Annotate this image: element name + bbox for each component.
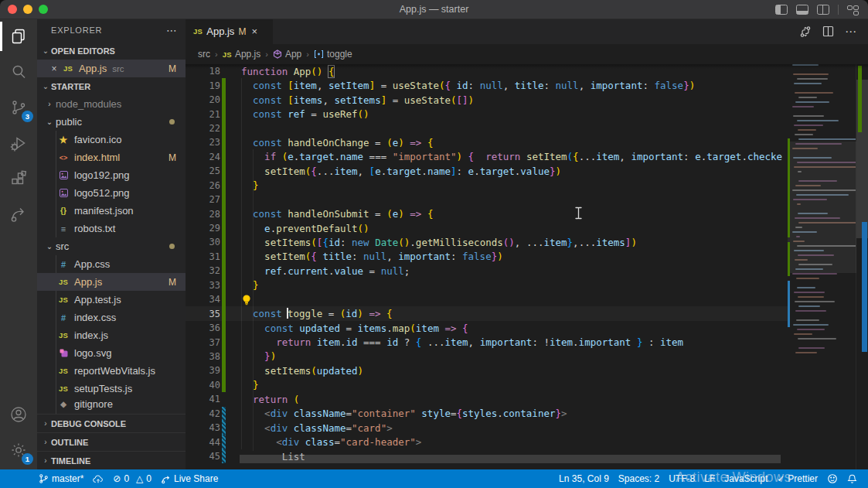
tree-item-setuptests-js[interactable]: JSsetupTests.js [37, 380, 186, 398]
code-line-42[interactable]: 42 <div className="container" style={sty… [186, 407, 788, 421]
minimap-line [798, 347, 825, 349]
tree-item-logo192-png[interactable]: logo192.png [37, 166, 186, 184]
activity-item-live-share[interactable] [0, 196, 37, 232]
code-line-37[interactable]: 37 return item.id === id ? { ...item, im… [186, 335, 788, 349]
minimap-slider[interactable] [788, 142, 856, 273]
close-editor-icon[interactable]: × [48, 63, 60, 74]
encoding-item[interactable]: UTF-8 [664, 469, 700, 488]
live-share-button[interactable]: Live Share [156, 469, 223, 488]
minimap-line [795, 134, 813, 135]
tab-appjs[interactable]: JS App.js M × [186, 19, 273, 44]
tree-item-app-js[interactable]: JSApp.jsM [37, 273, 186, 291]
cursor-position-item[interactable]: Ln 35, Col 9 [554, 469, 614, 488]
tree-item-app-test-js[interactable]: JSApp.test.js [37, 291, 186, 309]
vertical-scrollbar[interactable] [856, 64, 868, 469]
code-line-33[interactable]: 33 } [186, 278, 788, 292]
open-editors-section[interactable]: ⌄ OPEN EDITORS [37, 42, 186, 60]
notifications-button[interactable] [842, 469, 862, 488]
code-line-41[interactable]: 41 return ( [186, 392, 788, 406]
explorer-more-actions-icon[interactable]: ⋯ [166, 24, 178, 36]
language-mode-item[interactable]: JavaScript [720, 469, 772, 488]
project-section[interactable]: ⌄ STARTER [37, 77, 186, 95]
activity-item-extensions[interactable] [0, 161, 37, 196]
tree-item-robots-txt[interactable]: ≡robots.txt [37, 220, 186, 237]
code-area[interactable]: 18function App() {19 const [item, setIte… [186, 64, 788, 469]
activity-item-account[interactable] [0, 397, 37, 432]
panel-debug-console[interactable]: ›DEBUG CONSOLE [37, 414, 186, 432]
tree-item-favicon-ico[interactable]: ★favicon.ico [37, 131, 186, 148]
problems-item[interactable]: ⊘ 0 △ 0 [108, 469, 156, 488]
activity-item-search[interactable] [0, 54, 37, 90]
code-line-35[interactable]: 35 const toggle = (id) => { [186, 306, 788, 320]
toggle-panel-icon[interactable] [796, 5, 808, 15]
breadcrumb-src[interactable]: src [198, 49, 210, 60]
code-line-40[interactable]: 40 } [186, 378, 788, 392]
toggle-sidebar-icon[interactable] [775, 5, 788, 15]
code-line-32[interactable]: 32 ref.current.value = null; [186, 264, 788, 278]
feedback-button[interactable] [822, 469, 842, 488]
breadcrumb-app-js[interactable]: JSApp.js [223, 49, 261, 60]
minimize-window-button[interactable] [23, 5, 32, 14]
tree-item-index-html[interactable]: <>index.htmlM [37, 148, 186, 166]
tree-item-src[interactable]: ⌄src [37, 237, 186, 255]
code-line-18[interactable]: 18function App() { [186, 64, 788, 78]
formatter-item[interactable]: ✓ Prettier [772, 469, 822, 488]
close-window-button[interactable] [8, 5, 17, 14]
tree-item-app-css[interactable]: #App.css [37, 255, 186, 273]
tree-item-manifest-json[interactable]: {}manifest.json [37, 202, 186, 220]
close-tab-icon[interactable]: × [251, 26, 257, 37]
panel-timeline[interactable]: ›TIMELINE [37, 451, 186, 469]
tree-item-logo512-png[interactable]: logo512.png [37, 184, 186, 202]
git-branch-item[interactable]: master* [34, 469, 88, 488]
eol-item[interactable]: LF [700, 469, 720, 488]
code-line-25[interactable]: 25 setItem({...item, [e.target.name]: e.… [186, 164, 788, 178]
code-line-30[interactable]: 30 setItems([{id: new Date().getMillisec… [186, 235, 788, 249]
minimap-line [797, 120, 839, 121]
zoom-window-button[interactable] [39, 5, 48, 14]
activity-item-settings[interactable]: 1 [0, 432, 37, 468]
code-line-31[interactable]: 31 setItem({ title: null, important: fal… [186, 250, 788, 264]
code-line-26[interactable]: 26 } [186, 179, 788, 193]
code-line-29[interactable]: 29 e.preventDefault() [186, 221, 788, 235]
code-line-28[interactable]: 28 const handleOnSubmit = (e) => { [186, 206, 788, 220]
tree-item-logo-svg[interactable]: logo.svg [37, 344, 186, 362]
code-line-36[interactable]: 36 const updated = items.map(item => { [186, 321, 788, 335]
tree-item-node-modules[interactable]: ›node_modules [37, 95, 186, 113]
code-line-24[interactable]: 24 if (e.target.name === "important") { … [186, 150, 788, 164]
panel-outline[interactable]: ›OUTLINE [37, 432, 186, 451]
tree-item-reportwebvitals-js[interactable]: JSreportWebVitals.js [37, 362, 186, 380]
code-line-23[interactable]: 23 const handleOnChange = (e) => { [186, 135, 788, 149]
code-line-27[interactable]: 27 [186, 193, 788, 206]
more-actions-icon[interactable]: ⋯ [845, 25, 857, 39]
open-changes-icon[interactable] [799, 26, 812, 38]
code-line-21[interactable]: 21 const ref = useRef() [186, 107, 788, 121]
code-line-38[interactable]: 38 }) [186, 350, 788, 363]
publish-changes-button[interactable] [88, 469, 108, 488]
tree-item-gitignore[interactable]: ◆gitignore [37, 398, 186, 411]
breadcrumb-toggle[interactable]: toggle [314, 49, 352, 60]
title-bar[interactable]: App.js — starter [0, 0, 868, 19]
tree-item-index-js[interactable]: JSindex.js [37, 326, 186, 344]
tree-item-public[interactable]: ⌄public [37, 113, 186, 131]
activity-item-explorer[interactable] [0, 19, 37, 54]
horizontal-scrollbar[interactable] [240, 455, 781, 463]
open-editor-item-appjs[interactable]: × JS App.js src M [37, 60, 186, 77]
code-line-19[interactable]: 19 const [item, setItem] = useState({ id… [186, 78, 788, 92]
breadcrumb-app[interactable]: App [273, 49, 301, 60]
line-number: 42 [186, 408, 220, 419]
split-editor-layout-icon[interactable] [817, 5, 829, 15]
code-line-22[interactable]: 22 [186, 121, 788, 135]
code-line-20[interactable]: 20 const [items, setItems] = useState([]… [186, 93, 788, 107]
minimap[interactable] [788, 64, 856, 469]
indentation-item[interactable]: Spaces: 2 [614, 469, 664, 488]
activity-item-source-control[interactable]: 3 [0, 90, 37, 125]
tree-item-index-css[interactable]: #index.css [37, 309, 186, 326]
split-editor-icon[interactable] [822, 26, 834, 37]
code-line-34[interactable]: 34 [186, 292, 788, 306]
lightbulb-icon[interactable] [241, 294, 252, 305]
code-line-43[interactable]: 43 <div className="card"> [186, 421, 788, 435]
customize-layout-icon[interactable] [847, 5, 859, 15]
activity-item-run-debug[interactable] [0, 125, 37, 161]
code-line-39[interactable]: 39 setItems(updated) [186, 363, 788, 377]
code-line-44[interactable]: 44 <div class="card-header"> [186, 435, 788, 449]
